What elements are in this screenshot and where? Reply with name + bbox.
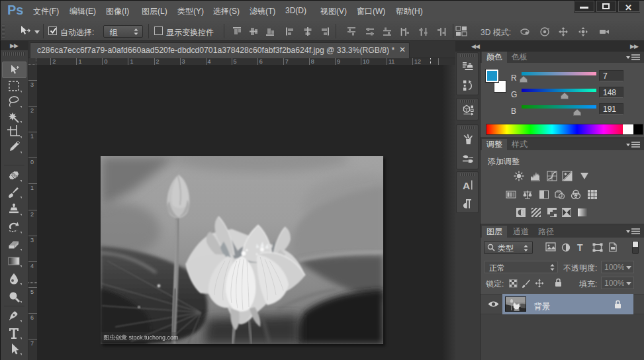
svg-text:图虫创意 stock.tuchong.com: 图虫创意 stock.tuchong.com xyxy=(103,334,179,341)
svg-text:A: A xyxy=(463,180,470,191)
